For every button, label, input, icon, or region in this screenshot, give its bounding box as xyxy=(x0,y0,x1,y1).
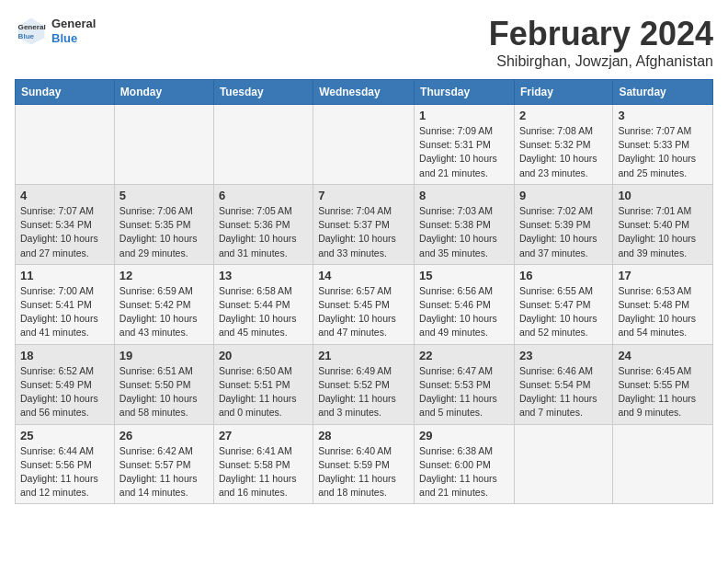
calendar-cell: 18Sunrise: 6:52 AMSunset: 5:49 PMDayligh… xyxy=(16,344,115,424)
calendar-cell: 9Sunrise: 7:02 AMSunset: 5:39 PMDaylight… xyxy=(514,184,612,264)
day-number: 18 xyxy=(20,349,109,362)
day-number: 4 xyxy=(20,189,109,202)
calendar-cell: 11Sunrise: 7:00 AMSunset: 5:41 PMDayligh… xyxy=(16,264,115,344)
calendar-week-row: 18Sunrise: 6:52 AMSunset: 5:49 PMDayligh… xyxy=(16,344,713,424)
day-number: 21 xyxy=(318,349,409,362)
day-number: 24 xyxy=(618,349,708,362)
calendar-cell: 4Sunrise: 7:07 AMSunset: 5:34 PMDaylight… xyxy=(16,184,115,264)
day-number: 28 xyxy=(318,429,409,442)
day-info: Sunrise: 6:49 AMSunset: 5:52 PMDaylight:… xyxy=(318,364,409,420)
day-info: Sunrise: 6:52 AMSunset: 5:49 PMDaylight:… xyxy=(20,364,109,420)
day-info: Sunrise: 7:03 AMSunset: 5:38 PMDaylight:… xyxy=(419,204,509,260)
calendar-cell: 6Sunrise: 7:05 AMSunset: 5:36 PMDaylight… xyxy=(213,184,313,264)
day-number: 13 xyxy=(219,269,308,282)
calendar-cell: 7Sunrise: 7:04 AMSunset: 5:37 PMDaylight… xyxy=(313,184,415,264)
calendar-cell: 15Sunrise: 6:56 AMSunset: 5:46 PMDayligh… xyxy=(415,264,515,344)
day-of-week-header: Wednesday xyxy=(313,80,415,105)
day-info: Sunrise: 7:08 AMSunset: 5:32 PMDaylight:… xyxy=(519,124,608,180)
calendar-cell xyxy=(313,105,415,185)
calendar-cell: 19Sunrise: 6:51 AMSunset: 5:50 PMDayligh… xyxy=(114,344,213,424)
day-info: Sunrise: 7:09 AMSunset: 5:31 PMDaylight:… xyxy=(419,124,509,180)
calendar-cell: 24Sunrise: 6:45 AMSunset: 5:55 PMDayligh… xyxy=(613,344,713,424)
day-number: 6 xyxy=(219,189,308,202)
calendar-cell: 17Sunrise: 6:53 AMSunset: 5:48 PMDayligh… xyxy=(613,264,713,344)
day-number: 20 xyxy=(219,349,308,362)
day-number: 22 xyxy=(419,349,509,362)
calendar-cell: 27Sunrise: 6:41 AMSunset: 5:58 PMDayligh… xyxy=(213,424,313,504)
day-of-week-header: Tuesday xyxy=(213,80,313,105)
day-number: 7 xyxy=(318,189,409,202)
day-number: 10 xyxy=(618,189,708,202)
calendar-cell xyxy=(114,105,213,185)
calendar-cell xyxy=(613,424,713,504)
calendar-week-row: 1Sunrise: 7:09 AMSunset: 5:31 PMDaylight… xyxy=(16,105,713,185)
day-number: 23 xyxy=(519,349,608,362)
logo: General Blue General Blue xyxy=(15,15,96,48)
calendar-cell: 23Sunrise: 6:46 AMSunset: 5:54 PMDayligh… xyxy=(514,344,612,424)
day-number: 17 xyxy=(618,269,708,282)
day-number: 2 xyxy=(519,109,608,122)
calendar-week-row: 4Sunrise: 7:07 AMSunset: 5:34 PMDaylight… xyxy=(16,184,713,264)
day-info: Sunrise: 7:01 AMSunset: 5:40 PMDaylight:… xyxy=(618,204,708,260)
day-info: Sunrise: 7:07 AMSunset: 5:33 PMDaylight:… xyxy=(618,124,708,180)
logo-text: General Blue xyxy=(51,17,96,45)
day-number: 15 xyxy=(419,269,509,282)
day-number: 3 xyxy=(618,109,708,122)
calendar-cell: 12Sunrise: 6:59 AMSunset: 5:42 PMDayligh… xyxy=(114,264,213,344)
calendar-cell: 21Sunrise: 6:49 AMSunset: 5:52 PMDayligh… xyxy=(313,344,415,424)
logo-blue: Blue xyxy=(51,31,96,46)
day-number: 14 xyxy=(318,269,409,282)
calendar-week-row: 11Sunrise: 7:00 AMSunset: 5:41 PMDayligh… xyxy=(16,264,713,344)
day-of-week-header: Friday xyxy=(514,80,612,105)
day-info: Sunrise: 6:38 AMSunset: 6:00 PMDaylight:… xyxy=(419,444,509,500)
day-info: Sunrise: 7:00 AMSunset: 5:41 PMDaylight:… xyxy=(20,284,109,340)
day-info: Sunrise: 7:06 AMSunset: 5:35 PMDaylight:… xyxy=(119,204,209,260)
calendar-cell: 26Sunrise: 6:42 AMSunset: 5:57 PMDayligh… xyxy=(114,424,213,504)
day-info: Sunrise: 7:05 AMSunset: 5:36 PMDaylight:… xyxy=(219,204,308,260)
calendar-cell: 28Sunrise: 6:40 AMSunset: 5:59 PMDayligh… xyxy=(313,424,415,504)
title-section: February 2024 Shibirghan, Jowzjan, Afgha… xyxy=(489,15,713,70)
day-info: Sunrise: 6:50 AMSunset: 5:51 PMDaylight:… xyxy=(219,364,308,420)
calendar-cell xyxy=(213,105,313,185)
day-number: 9 xyxy=(519,189,608,202)
day-info: Sunrise: 6:51 AMSunset: 5:50 PMDaylight:… xyxy=(119,364,209,420)
day-info: Sunrise: 6:56 AMSunset: 5:46 PMDaylight:… xyxy=(419,284,509,340)
calendar-cell: 29Sunrise: 6:38 AMSunset: 6:00 PMDayligh… xyxy=(415,424,515,504)
day-number: 1 xyxy=(419,109,509,122)
day-info: Sunrise: 6:53 AMSunset: 5:48 PMDaylight:… xyxy=(618,284,708,340)
calendar-table: SundayMondayTuesdayWednesdayThursdayFrid… xyxy=(15,79,713,504)
day-number: 5 xyxy=(119,189,209,202)
logo-icon: General Blue xyxy=(15,15,48,48)
calendar-cell: 1Sunrise: 7:09 AMSunset: 5:31 PMDaylight… xyxy=(415,105,515,185)
calendar-cell xyxy=(16,105,115,185)
calendar-cell: 20Sunrise: 6:50 AMSunset: 5:51 PMDayligh… xyxy=(213,344,313,424)
calendar-header: SundayMondayTuesdayWednesdayThursdayFrid… xyxy=(16,80,713,105)
page-header: General Blue General Blue February 2024 … xyxy=(15,15,713,70)
calendar-cell: 8Sunrise: 7:03 AMSunset: 5:38 PMDaylight… xyxy=(415,184,515,264)
calendar-cell: 25Sunrise: 6:44 AMSunset: 5:56 PMDayligh… xyxy=(16,424,115,504)
day-number: 29 xyxy=(419,429,509,442)
calendar-week-row: 25Sunrise: 6:44 AMSunset: 5:56 PMDayligh… xyxy=(16,424,713,504)
calendar-cell: 2Sunrise: 7:08 AMSunset: 5:32 PMDaylight… xyxy=(514,105,612,185)
calendar-cell: 16Sunrise: 6:55 AMSunset: 5:47 PMDayligh… xyxy=(514,264,612,344)
calendar-title: February 2024 xyxy=(489,15,713,53)
calendar-cell: 13Sunrise: 6:58 AMSunset: 5:44 PMDayligh… xyxy=(213,264,313,344)
days-of-week-row: SundayMondayTuesdayWednesdayThursdayFrid… xyxy=(16,80,713,105)
day-number: 27 xyxy=(219,429,308,442)
day-number: 12 xyxy=(119,269,209,282)
day-number: 16 xyxy=(519,269,608,282)
calendar-cell: 14Sunrise: 6:57 AMSunset: 5:45 PMDayligh… xyxy=(313,264,415,344)
day-info: Sunrise: 6:44 AMSunset: 5:56 PMDaylight:… xyxy=(20,444,109,500)
calendar-cell: 22Sunrise: 6:47 AMSunset: 5:53 PMDayligh… xyxy=(415,344,515,424)
day-of-week-header: Thursday xyxy=(415,80,515,105)
logo-general: General xyxy=(51,17,96,31)
day-of-week-header: Saturday xyxy=(613,80,713,105)
day-number: 11 xyxy=(20,269,109,282)
svg-text:Blue: Blue xyxy=(18,32,35,40)
day-info: Sunrise: 7:02 AMSunset: 5:39 PMDaylight:… xyxy=(519,204,608,260)
calendar-body: 1Sunrise: 7:09 AMSunset: 5:31 PMDaylight… xyxy=(16,105,713,504)
day-info: Sunrise: 6:41 AMSunset: 5:58 PMDaylight:… xyxy=(219,444,308,500)
calendar-cell: 10Sunrise: 7:01 AMSunset: 5:40 PMDayligh… xyxy=(613,184,713,264)
day-number: 25 xyxy=(20,429,109,442)
day-number: 19 xyxy=(119,349,209,362)
